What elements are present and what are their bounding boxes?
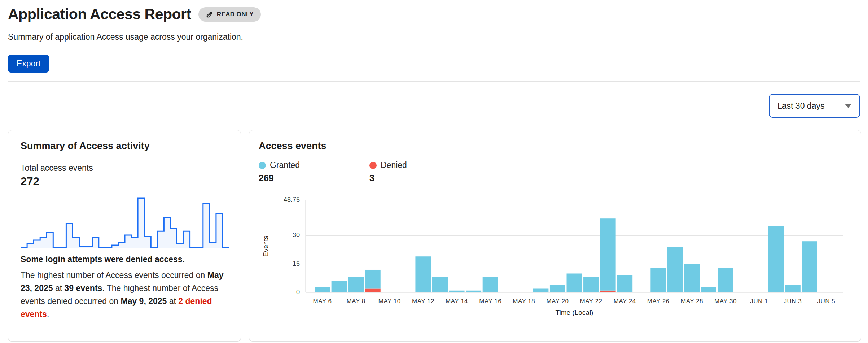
legend-item-denied: Denied3 xyxy=(369,160,467,183)
x-tick-label: MAY 18 xyxy=(513,298,535,305)
x-tick-label: MAY 10 xyxy=(378,298,401,305)
access-events-card: Access events Granted269Denied3 0153048.… xyxy=(249,130,861,342)
total-access-events-value: 272 xyxy=(21,175,228,188)
summary-detail-segment: . xyxy=(47,309,49,319)
legend-value: 3 xyxy=(369,173,467,183)
pencil-slash-icon xyxy=(206,10,214,18)
header-divider xyxy=(8,81,860,82)
legend-dot-denied xyxy=(369,162,377,169)
x-tick-label: MAY 12 xyxy=(412,298,434,305)
summary-detail-segment: The highest number of Access events occu… xyxy=(21,270,207,280)
bar-granted-jun-4[interactable] xyxy=(802,241,817,292)
summary-card: Summary of Access activity Total access … xyxy=(8,130,241,342)
x-tick-label: MAY 28 xyxy=(681,298,703,305)
time-range-select[interactable]: Last 30 days xyxy=(769,94,860,118)
bar-granted-may-16[interactable] xyxy=(483,277,498,292)
x-tick-label: MAY 14 xyxy=(446,298,468,305)
summary-detail: The highest number of Access events occu… xyxy=(21,269,228,321)
x-tick-label: MAY 26 xyxy=(647,298,670,305)
controls-row: Last 30 days xyxy=(8,94,860,118)
bar-granted-may-9[interactable] xyxy=(365,270,381,289)
x-tick-label: MAY 6 xyxy=(313,298,332,305)
bar-granted-may-7[interactable] xyxy=(332,281,347,292)
application-access-report-page: Application Access Report READ ONLY Summ… xyxy=(0,0,868,342)
y-tick-label: 15 xyxy=(293,260,300,267)
chart-legend: Granted269Denied3 xyxy=(259,160,851,183)
legend-value: 269 xyxy=(259,173,356,183)
bar-granted-may-19[interactable] xyxy=(533,288,548,292)
bar-denied-may-23[interactable] xyxy=(600,291,616,292)
summary-detail-segment: at xyxy=(53,283,65,293)
bar-granted-may-6[interactable] xyxy=(315,287,330,292)
x-tick-label: JUN 1 xyxy=(750,298,768,305)
legend-label: Granted xyxy=(270,160,300,170)
summary-detail-segment: at xyxy=(167,296,178,306)
bar-granted-may-22[interactable] xyxy=(583,277,599,292)
bar-granted-may-26[interactable] xyxy=(650,268,666,292)
x-tick-label: MAY 30 xyxy=(714,298,737,305)
bar-denied-may-9[interactable] xyxy=(365,288,381,292)
bar-granted-jun-3[interactable] xyxy=(785,285,801,292)
page-subtitle: Summary of application Access usage acro… xyxy=(8,32,860,42)
bar-granted-may-27[interactable] xyxy=(667,247,683,292)
chevron-down-icon xyxy=(845,104,851,108)
page-header: Application Access Report READ ONLY xyxy=(8,6,860,23)
bar-granted-may-8[interactable] xyxy=(348,277,364,292)
x-tick-label: MAY 22 xyxy=(580,298,602,305)
legend-label: Denied xyxy=(381,160,407,170)
legend-item-granted: Granted269 xyxy=(259,160,356,183)
summary-card-title: Summary of Access activity xyxy=(21,140,228,152)
summary-detail-segment: 39 events xyxy=(65,283,102,293)
summary-detail-segment: May 9, 2025 xyxy=(120,296,167,306)
bar-granted-may-20[interactable] xyxy=(550,285,565,292)
cards-row: Summary of Access activity Total access … xyxy=(8,130,860,342)
x-tick-label: MAY 16 xyxy=(479,298,501,305)
x-tick-label: JUN 5 xyxy=(817,298,836,305)
y-tick-label: 48.75 xyxy=(284,196,300,203)
x-tick-label: MAY 20 xyxy=(546,298,569,305)
legend-divider xyxy=(356,160,356,183)
x-tick-label: JUN 3 xyxy=(784,298,802,305)
bar-granted-jun-2[interactable] xyxy=(768,226,784,292)
bar-granted-may-13[interactable] xyxy=(432,277,448,292)
legend-dot-granted xyxy=(259,162,266,169)
x-tick-label: MAY 8 xyxy=(347,298,365,305)
y-axis-title: Events xyxy=(262,236,269,257)
bar-granted-may-21[interactable] xyxy=(567,273,582,292)
read-only-badge-label: READ ONLY xyxy=(217,11,254,18)
events-card-title: Access events xyxy=(259,140,851,152)
bar-granted-may-29[interactable] xyxy=(701,287,716,292)
page-title: Application Access Report xyxy=(8,6,191,23)
access-events-bar-chart: 0153048.75MAY 6MAY 8MAY 10MAY 12MAY 14MA… xyxy=(259,194,851,317)
bar-granted-may-24[interactable] xyxy=(617,275,632,292)
access-activity-sparkline xyxy=(21,196,229,249)
x-tick-label: MAY 24 xyxy=(614,298,636,305)
bar-granted-may-23[interactable] xyxy=(600,218,616,291)
export-button[interactable]: Export xyxy=(8,55,49,73)
summary-headline: Some login attempts were denied access. xyxy=(21,255,228,264)
bar-granted-may-12[interactable] xyxy=(415,256,431,292)
bar-granted-may-15[interactable] xyxy=(466,291,481,292)
read-only-badge: READ ONLY xyxy=(198,7,261,22)
time-range-value: Last 30 days xyxy=(777,101,824,111)
total-access-events-label: Total access events xyxy=(21,163,228,173)
x-axis-title: Time (Local) xyxy=(556,309,593,316)
bar-granted-may-14[interactable] xyxy=(449,291,465,292)
bar-granted-may-30[interactable] xyxy=(718,268,733,292)
y-tick-label: 30 xyxy=(293,231,300,239)
bar-granted-may-28[interactable] xyxy=(684,264,700,292)
y-tick-label: 0 xyxy=(296,288,300,296)
